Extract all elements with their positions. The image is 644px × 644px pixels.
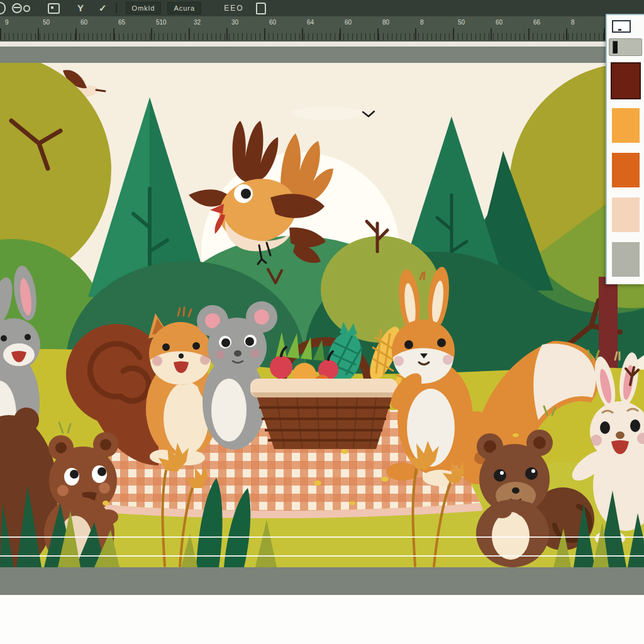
horizontal-ruler[interactable]: 950606551032306064608085060668: [0, 16, 644, 43]
ruler-label: 60: [269, 19, 276, 26]
editor-window: Y ✓ Omkld Acura EEO 95060655103230606460…: [0, 0, 644, 644]
guide-line-2[interactable]: [0, 555, 644, 557]
swatch-orange[interactable]: [612, 108, 640, 143]
ruler-label: 80: [382, 19, 389, 26]
guide-line-1[interactable]: [0, 536, 644, 538]
ruler-label: 50: [458, 19, 465, 26]
ruler-label: 60: [345, 19, 352, 26]
swatch-preview-icon[interactable]: [612, 20, 631, 33]
ellipse-tool-icon[interactable]: [12, 3, 30, 14]
ruler-label: 60: [496, 19, 502, 26]
canvas-top-margin: [0, 42, 644, 47]
toolbar-button-2[interactable]: Acura: [167, 2, 201, 14]
swatch-peach[interactable]: [612, 197, 640, 232]
toolbar-divider: [116, 3, 117, 13]
swatch-grey[interactable]: [612, 242, 640, 277]
canvas-artwork[interactable]: [0, 63, 644, 567]
ruler-label: 8: [571, 19, 575, 26]
ruler-label: 64: [307, 19, 314, 26]
image-frame-tool-icon[interactable]: [48, 3, 60, 14]
ruler-label: 60: [80, 19, 87, 26]
ruler-label: 510: [156, 19, 167, 26]
half-circle-tool-icon[interactable]: [1, 3, 6, 14]
ruler-label: 32: [194, 19, 201, 26]
check-tool-icon[interactable]: ✓: [99, 3, 107, 14]
new-document-icon[interactable]: [250, 3, 266, 14]
swatch-name-field[interactable]: [609, 38, 642, 56]
ruler-label: 9: [5, 19, 9, 26]
toolbar: Y ✓ Omkld Acura EEO: [0, 0, 644, 16]
toolbar-button-1[interactable]: Omkld: [126, 2, 162, 14]
swatch-list: [607, 64, 644, 277]
ruler-label: 66: [533, 19, 540, 26]
ruler-label: 30: [231, 19, 238, 26]
swatch-dark-orange[interactable]: [612, 153, 640, 187]
picnic-illustration: [0, 63, 644, 567]
ruler-minor-ticks: [0, 33, 644, 40]
ruler-label: 65: [118, 19, 125, 26]
page-background: [0, 595, 644, 644]
y-pen-tool-icon[interactable]: Y: [77, 3, 84, 14]
ruler-label: 8: [420, 19, 424, 26]
swatch-maroon[interactable]: [612, 64, 640, 98]
toolbar-mode-label: EEO: [224, 4, 243, 13]
text-cursor: [613, 41, 618, 53]
color-swatch-panel: [606, 14, 644, 284]
ruler-label: 50: [43, 19, 50, 26]
